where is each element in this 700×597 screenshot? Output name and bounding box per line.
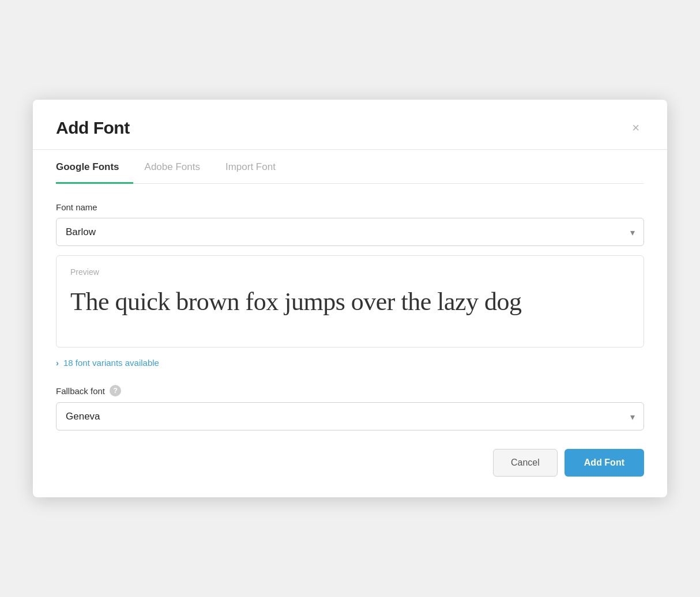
dialog-header: Add Font × — [33, 100, 667, 150]
fallback-font-help-icon[interactable]: ? — [110, 385, 121, 396]
dialog-title: Add Font — [56, 118, 130, 138]
fallback-font-label: Fallback font — [56, 386, 105, 396]
font-name-label: Font name — [56, 202, 644, 212]
tab-import-font[interactable]: Import Font — [225, 150, 289, 184]
preview-text: The quick brown fox jumps over the lazy … — [70, 287, 630, 318]
add-font-button[interactable]: Add Font — [564, 449, 644, 477]
cancel-button[interactable]: Cancel — [493, 449, 558, 477]
variants-chevron-icon: › — [56, 358, 59, 368]
font-name-select[interactable]: Barlow Roboto Open Sans Lato Montserrat … — [56, 218, 644, 246]
add-font-dialog: Add Font × Google Fonts Adobe Fonts Impo… — [33, 100, 667, 497]
fallback-font-select[interactable]: Geneva Arial Helvetica Georgia Times New… — [56, 402, 644, 430]
fallback-font-label-row: Fallback font ? — [56, 385, 644, 396]
dialog-footer: Cancel Add Font — [56, 449, 644, 477]
preview-label: Preview — [70, 267, 630, 277]
variants-row: › 18 font variants available — [56, 358, 644, 368]
tab-google-fonts[interactable]: Google Fonts — [56, 150, 133, 184]
tab-adobe-fonts[interactable]: Adobe Fonts — [145, 150, 214, 184]
dialog-body: Google Fonts Adobe Fonts Import Font Fon… — [33, 150, 667, 497]
preview-box: Preview The quick brown fox jumps over t… — [56, 255, 644, 347]
close-button[interactable]: × — [627, 119, 644, 137]
tab-bar: Google Fonts Adobe Fonts Import Font — [56, 150, 644, 184]
fallback-font-select-wrapper: Geneva Arial Helvetica Georgia Times New… — [56, 402, 644, 430]
font-name-select-wrapper: Barlow Roboto Open Sans Lato Montserrat … — [56, 218, 644, 246]
variants-link[interactable]: 18 font variants available — [63, 358, 159, 368]
